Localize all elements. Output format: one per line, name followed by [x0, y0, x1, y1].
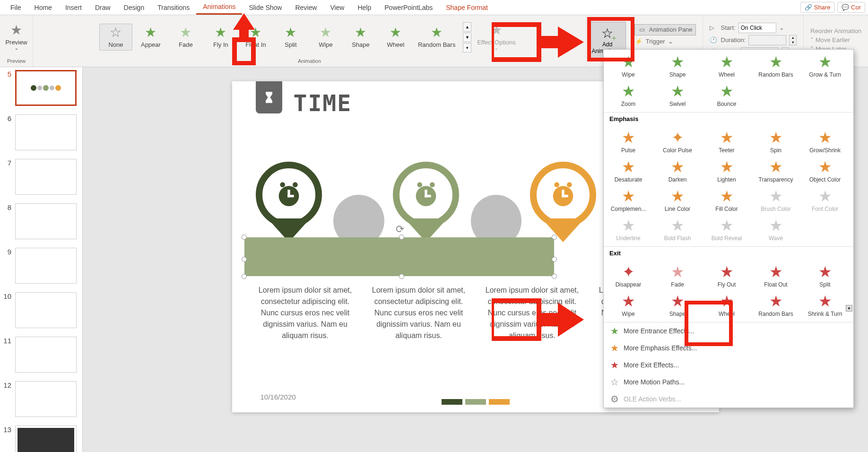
trigger-button[interactable]: ⚡Trigger ⌄ — [634, 37, 696, 46]
dur-up[interactable]: ▲ — [790, 35, 796, 40]
gallery-down[interactable]: ▼ — [463, 33, 471, 42]
resize-handle[interactable] — [242, 257, 247, 262]
dd-exit-split[interactable]: ★Split — [800, 261, 850, 291]
dd-shape[interactable]: ★Shape — [653, 52, 702, 81]
more-motion-paths[interactable]: ☆More Motion Paths... — [604, 374, 853, 391]
dd-grow-turn[interactable]: ★Grow & Turn — [800, 52, 850, 81]
thumb-8[interactable]: 8 — [3, 203, 79, 239]
text-col-1[interactable]: Lorem ipsum dolor sit amet, consectetur … — [256, 285, 355, 341]
dd-darken[interactable]: ★Darken — [653, 156, 702, 186]
dd-fly-out[interactable]: ★Fly Out — [702, 261, 751, 291]
star-icon: ★ — [622, 84, 635, 99]
slide-thumbnails: 5 6 7 8 9 10 11 12 13 — [0, 67, 83, 452]
resize-handle[interactable] — [242, 235, 247, 240]
dd-lighten[interactable]: ★Lighten — [702, 156, 751, 186]
tab-animations[interactable]: Animations — [196, 0, 242, 15]
dd-shrink-turn[interactable]: ★Shrink & Turn — [800, 291, 850, 320]
comments-button[interactable]: 💬 Cor — [837, 2, 865, 13]
star-icon: ★ — [610, 359, 619, 371]
anim-wipe[interactable]: ★Wipe — [309, 24, 342, 50]
rotate-handle[interactable]: ⟳ — [396, 223, 404, 235]
dd-exit-wipe[interactable]: ★Wipe — [604, 291, 653, 320]
star-icon: ★ — [818, 189, 832, 204]
thumb-11[interactable]: 11 — [3, 337, 79, 373]
star-icon: ★ — [10, 24, 22, 37]
annotation-arrow-3 — [492, 293, 586, 350]
resize-handle[interactable] — [242, 274, 247, 279]
dd-transparency[interactable]: ★Transparency — [751, 156, 800, 186]
tab-review[interactable]: Review — [288, 1, 323, 14]
anim-split[interactable]: ★Split — [274, 24, 307, 50]
timeline-marker-3[interactable] — [530, 162, 599, 247]
share-button[interactable]: 🔗 Share — [800, 2, 834, 13]
tab-transitions[interactable]: Transitions — [151, 1, 196, 14]
thumb-7[interactable]: 7 — [3, 159, 79, 195]
dd-random-bars[interactable]: ★Random Bars — [751, 52, 800, 81]
dd-bounce[interactable]: ★Bounce — [702, 81, 751, 110]
resize-handle[interactable] — [552, 235, 557, 240]
tab-design[interactable]: Design — [117, 1, 151, 14]
start-select[interactable] — [738, 23, 776, 33]
thumb-12[interactable]: 12 — [3, 381, 79, 417]
star-icon: ★ — [818, 54, 832, 70]
selected-shape[interactable] — [244, 237, 554, 276]
annotation-arrow-2 — [492, 18, 586, 70]
tab-insert[interactable]: Insert — [59, 1, 88, 14]
tab-powerpointlabs[interactable]: PowerPointLabs — [378, 1, 439, 14]
tab-view[interactable]: View — [323, 1, 351, 14]
dd-teeter[interactable]: ★Teeter — [702, 127, 751, 156]
tab-slideshow[interactable]: Slide Show — [242, 1, 288, 14]
svg-rect-9 — [425, 195, 431, 197]
thumb-5[interactable]: 5 — [3, 70, 79, 106]
dd-disappear[interactable]: ✦Disappear — [604, 261, 653, 291]
move-earlier-button[interactable]: ˄ Move Earlier — [810, 36, 861, 43]
dd-font-color: ★Font Color — [800, 186, 850, 215]
animation-pane-button[interactable]: ▭Animation Pane — [634, 24, 696, 35]
dd-color-pulse[interactable]: ✦Color Pulse — [653, 127, 702, 156]
anim-shape[interactable]: ★Shape — [344, 24, 377, 50]
dur-down[interactable]: ▼ — [790, 40, 796, 45]
anim-random-bars[interactable]: ★Random Bars — [414, 24, 459, 50]
dd-fill-color[interactable]: ★Fill Color — [702, 186, 751, 215]
thumb-6[interactable]: 6 — [3, 114, 79, 150]
thumb-10[interactable]: 10 — [3, 292, 79, 328]
dd-pulse[interactable]: ★Pulse — [604, 127, 653, 156]
resize-handle[interactable] — [399, 274, 404, 279]
dd-zoom[interactable]: ★Zoom — [604, 81, 653, 110]
dd-complementary[interactable]: ★Complemen... — [604, 186, 653, 215]
tab-home[interactable]: Home — [28, 1, 59, 14]
more-exit-effects[interactable]: ★More Exit Effects... — [604, 356, 853, 374]
preview-button[interactable]: ★Preview⌄ — [0, 22, 33, 52]
dd-float-out[interactable]: ★Float Out — [751, 261, 800, 291]
text-col-2[interactable]: Lorem ipsum dolor sit amet, consectetur … — [369, 285, 469, 341]
thumb-9[interactable]: 9 — [3, 248, 79, 284]
anim-fade[interactable]: ★Fade — [169, 24, 202, 50]
gallery-up[interactable]: ▲ — [463, 22, 471, 32]
dd-scroll-down[interactable]: ▼ — [846, 305, 852, 312]
star-icon: ★ — [720, 130, 734, 145]
tab-shape-format[interactable]: Shape Format — [439, 1, 495, 14]
dd-desaturate[interactable]: ★Desaturate — [604, 156, 653, 186]
duration-input[interactable] — [748, 35, 786, 45]
resize-handle[interactable] — [399, 235, 404, 240]
dd-spin[interactable]: ★Spin — [751, 127, 800, 156]
dd-exit-random-bars[interactable]: ★Random Bars — [751, 291, 800, 320]
anim-appear[interactable]: ★Appear — [134, 24, 167, 50]
dd-swivel[interactable]: ★Swivel — [653, 81, 702, 110]
dd-exit-fade[interactable]: ★Fade — [653, 261, 702, 291]
resize-handle[interactable] — [552, 274, 557, 279]
dd-object-color[interactable]: ★Object Color — [800, 156, 850, 186]
reorder-label: Reorder Animation — [810, 27, 861, 35]
thumb-13[interactable]: 13 — [3, 426, 79, 452]
gallery-more[interactable]: ▾ — [463, 43, 471, 52]
anim-none[interactable]: ☆None — [99, 24, 132, 51]
dd-line-color[interactable]: ★Line Color — [653, 186, 702, 215]
dd-wheel[interactable]: ★Wheel — [702, 52, 751, 81]
tab-help[interactable]: Help — [351, 1, 378, 14]
resize-handle[interactable] — [552, 257, 557, 262]
dd-grow-shrink[interactable]: ★Grow/Shrink — [800, 127, 850, 156]
timeline-marker-1[interactable] — [256, 162, 325, 247]
anim-wheel[interactable]: ★Wheel — [379, 24, 412, 50]
tab-file[interactable]: File — [4, 1, 28, 14]
tab-draw[interactable]: Draw — [88, 1, 117, 14]
